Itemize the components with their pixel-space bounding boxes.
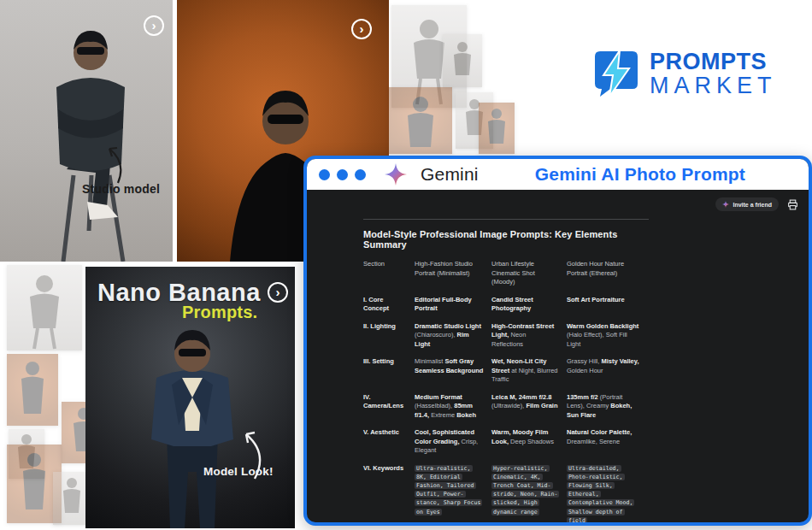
model-look-label: Model Look! xyxy=(203,465,274,478)
text-segment: Grassy Hill, xyxy=(567,357,601,365)
text-segment: (Halo Effect), Soft Fill Light xyxy=(567,331,627,348)
text-segment: Medium Format xyxy=(415,393,462,401)
table-cell: Soft Art Portraiture xyxy=(567,296,649,314)
next-arrow-button[interactable]: › xyxy=(268,282,288,303)
table-row-label: V. Aesthetic xyxy=(363,428,415,456)
gemini-window: Gemini Gemini AI Photo Prompt Invite a f… xyxy=(303,156,812,526)
collage-thumbnail xyxy=(7,354,58,426)
text-segment: Golden Hour xyxy=(567,367,603,374)
table-title: Model-Style Professional Image Prompts: … xyxy=(363,229,649,250)
print-button[interactable] xyxy=(787,199,798,210)
text-segment: Candid Street Photography xyxy=(491,296,533,313)
window-dot-button[interactable] xyxy=(337,169,348,180)
window-titlebar: Gemini Gemini AI Photo Prompt xyxy=(307,159,809,190)
table-row-label: I. Core Concept xyxy=(363,296,415,314)
annotation-arrow xyxy=(96,144,125,185)
invite-friend-label: Invite a friend xyxy=(733,202,772,208)
text-segment: Bokeh xyxy=(456,411,476,419)
collage-thumbnail xyxy=(443,34,482,87)
table-cell: Hyper-realistic, Cinematic, 4K, Trench C… xyxy=(491,464,567,526)
table-header-cell: Section xyxy=(363,260,415,287)
model-silhouette xyxy=(128,301,256,528)
text-segment: Minimalist xyxy=(415,357,444,365)
prompts-market-logo: PROMPTS MARKET xyxy=(593,50,777,98)
text-segment: Leica M, 24mm f/2.8 xyxy=(491,393,551,401)
model-silhouette xyxy=(24,9,152,262)
table-row-label: III. Setting xyxy=(363,357,415,385)
nano-banana-subhead: Prompts. xyxy=(182,303,257,322)
table-row-label: VI. Keywords xyxy=(363,464,415,526)
collage-thumbnail xyxy=(389,87,452,154)
prompt-table: SectionHigh-Fashion Studio Portrait (Min… xyxy=(363,260,649,525)
table-cell: High-Contrast Street Light, Neon Reflect… xyxy=(491,322,567,350)
gemini-response-panel: Model-Style Professional Image Prompts: … xyxy=(363,219,649,526)
text-segment: Extreme xyxy=(429,411,456,419)
table-header-cell: Urban Lifestyle Cinematic Shot (Moody) xyxy=(491,260,567,287)
text-segment: Natural Color Palette, xyxy=(567,428,632,436)
text-segment: (Chiaroscuro), xyxy=(415,331,457,339)
photo-nano-banana: Nano Banana Prompts. › Model Look! xyxy=(85,267,295,528)
invite-friend-button[interactable]: Invite a friend xyxy=(715,197,779,211)
table-cell: Minimalist Soft Gray Seamless Background xyxy=(415,357,491,385)
collage-thumbnail xyxy=(479,103,515,154)
table-header-cell: High-Fashion Studio Portrait (Minimalist… xyxy=(415,260,491,287)
lightning-bubble-icon xyxy=(593,50,639,97)
next-arrow-button[interactable]: › xyxy=(351,19,372,39)
brand-line2: MARKET xyxy=(650,74,777,97)
text-segment: Deep Shadows xyxy=(509,438,554,445)
table-cell: Editorial Full-Body Portrait xyxy=(415,296,491,314)
table-cell: Cool, Sophisticated Color Grading, Crisp… xyxy=(415,428,491,456)
text-segment: Dramatic Studio Light xyxy=(415,322,481,330)
table-cell: Wet, Neon-Lit City Street at Night, Blur… xyxy=(491,357,567,385)
table-cell: Natural Color Palette, Dreamlike, Serene xyxy=(567,428,649,456)
table-cell: 135mm f/2 (Portrait Lens), Creamy Bokeh,… xyxy=(567,393,649,421)
brand-line1: PROMPTS xyxy=(650,50,777,74)
app-name: Gemini xyxy=(421,164,479,185)
text-segment: (Hasselblad), xyxy=(415,402,454,409)
window-title: Gemini AI Photo Prompt xyxy=(535,164,745,185)
text-segment: Film Grain xyxy=(526,402,557,409)
text-segment: Ultra-realistic, 8K, Editorial Fashion, … xyxy=(415,465,482,515)
text-segment: Hyper-realistic, Cinematic, 4K, Trench C… xyxy=(491,465,559,515)
gemini-star-icon xyxy=(722,201,729,208)
table-cell: Grassy Hill, Misty Valley, Golden Hour xyxy=(567,357,649,385)
studio-model-label: Studio model xyxy=(82,182,160,196)
window-dot-button[interactable] xyxy=(319,169,330,180)
window-body: Invite a friend Model-Style Professional… xyxy=(307,190,809,522)
next-arrow-button[interactable]: › xyxy=(144,15,164,36)
page-canvas: › Studio model › xyxy=(0,0,812,530)
table-cell: Ultra-detailed, Photo-realistic, Flowing… xyxy=(567,464,649,526)
collage-thumbnail xyxy=(7,265,82,350)
table-row-label: II. Lighting xyxy=(363,322,415,350)
divider xyxy=(363,219,649,220)
table-cell: Ultra-realistic, 8K, Editorial Fashion, … xyxy=(415,464,491,526)
text-segment: (Ultrawide), xyxy=(491,402,526,409)
table-cell: Warm Golden Backlight (Halo Effect), Sof… xyxy=(567,322,649,350)
gemini-star-icon xyxy=(385,163,407,186)
text-segment: Dreamlike, Serene xyxy=(567,438,620,445)
window-dot-button[interactable] xyxy=(355,169,366,180)
text-segment: Warm Golden Backlight xyxy=(567,322,638,330)
text-segment: 135mm f/2 xyxy=(567,393,598,401)
table-header-cell: Golden Hour Nature Portrait (Ethereal) xyxy=(567,260,649,287)
text-segment: Misty Valley, xyxy=(601,357,638,365)
table-row-label: IV. Camera/Lens xyxy=(363,393,415,421)
table-cell: Dramatic Studio Light (Chiaroscuro), Rim… xyxy=(415,322,491,350)
photo-studio-model: › Studio model xyxy=(0,0,173,262)
table-cell: Leica M, 24mm f/2.8 (Ultrawide), Film Gr… xyxy=(491,393,567,421)
table-cell: Candid Street Photography xyxy=(491,296,567,314)
text-segment: Soft Art Portraiture xyxy=(567,296,625,303)
text-segment: Ultra-detailed, Photo-realistic, Flowing… xyxy=(567,465,634,524)
text-segment: Editorial Full-Body Portrait xyxy=(415,296,472,313)
table-cell: Medium Format (Hasselblad), 85mm f/1.4, … xyxy=(415,393,491,421)
table-cell: Warm, Moody Film Look, Deep Shadows xyxy=(491,428,567,456)
